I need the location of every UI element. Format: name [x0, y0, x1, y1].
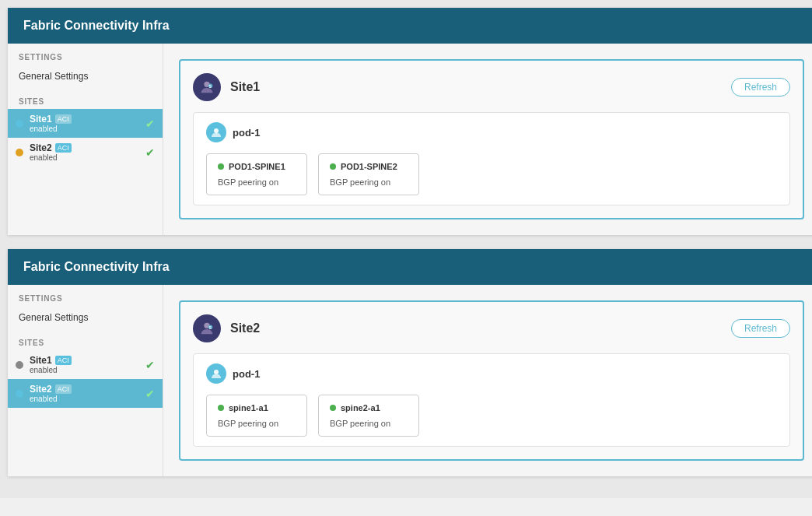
spine-bgp-status: BGP peering on — [218, 419, 296, 428]
svg-point-3 — [214, 128, 219, 133]
site-info: Site1ACIenabled — [30, 355, 142, 374]
panel-header: Fabric Connectivity Infra — [8, 8, 812, 44]
main-content: S Site1Refresh pod-1POD1-SPINE1BGP peeri… — [163, 44, 812, 235]
site-check-icon: ✔ — [145, 359, 155, 371]
site-dot-icon — [16, 390, 23, 398]
panel-body: SETTINGSGeneral SettingsSITESSite1ACIena… — [8, 44, 812, 235]
site-check-icon: ✔ — [145, 118, 155, 130]
pod-icon — [206, 122, 226, 142]
site-name-text: Site1 — [30, 355, 52, 366]
pod-icon — [206, 363, 226, 384]
site-tag-badge: ACI — [55, 114, 72, 124]
site-dot-icon — [16, 149, 23, 156]
svg-text:S: S — [209, 85, 212, 89]
sidebar-site-item-site2[interactable]: Site2ACIenabled✔ — [8, 379, 163, 408]
site-name-text: Site1 — [30, 114, 52, 125]
sidebar-site-item-site2[interactable]: Site2ACIenabled✔ — [8, 138, 163, 167]
site-tag-badge: ACI — [55, 143, 72, 153]
spine-bgp-status: BGP peering on — [330, 419, 408, 428]
spine-bgp-status: BGP peering on — [218, 177, 296, 187]
sidebar-site-item-site1[interactable]: Site1ACIenabled✔ — [8, 109, 163, 138]
site-avatar: S — [193, 314, 221, 342]
panel-1: Fabric Connectivity InfraSETTINGSGeneral… — [8, 8, 812, 235]
site-check-icon: ✔ — [145, 146, 155, 159]
sidebar: SETTINGSGeneral SettingsSITESSite1ACIena… — [8, 285, 163, 476]
sidebar-site-item-site1[interactable]: Site1ACIenabled✔ — [8, 350, 163, 379]
site-name-text: Site2 — [30, 142, 52, 153]
pod-header: pod-1 — [206, 122, 777, 142]
site-status-text: enabled — [30, 395, 142, 403]
panel-2: Fabric Connectivity InfraSETTINGSGeneral… — [8, 249, 812, 476]
site-avatar: S — [193, 73, 221, 101]
main-wrapper: Fabric Connectivity InfraSETTINGSGeneral… — [0, 0, 812, 498]
spine-name-label: spine2-a1 — [341, 403, 380, 412]
spine-status-dot — [218, 163, 224, 170]
svg-point-7 — [214, 370, 219, 374]
general-settings-item[interactable]: General Settings — [8, 65, 163, 88]
sites-section-label: SITES — [8, 88, 163, 109]
site-status-text: enabled — [30, 366, 142, 374]
main-content: S Site2Refresh pod-1spine1-a1BGP peering… — [163, 285, 812, 476]
spine-header: spine1-a1 — [218, 403, 296, 412]
spine-status-dot — [330, 163, 336, 170]
pod-name-label: pod-1 — [233, 368, 260, 380]
site-name-label: Site2ACI — [30, 384, 142, 395]
general-settings-item[interactable]: General Settings — [8, 306, 163, 329]
site-card: S Site1Refresh pod-1POD1-SPINE1BGP peeri… — [179, 59, 804, 219]
spine-card-1: POD1-SPINE1BGP peering on — [206, 153, 307, 195]
settings-section-label: SETTINGS — [8, 285, 163, 306]
spine-name-label: spine1-a1 — [229, 403, 268, 412]
pod-header: pod-1 — [206, 363, 777, 384]
spine-header: POD1-SPINE2 — [330, 162, 408, 171]
refresh-button[interactable]: Refresh — [731, 78, 790, 97]
refresh-button[interactable]: Refresh — [731, 319, 790, 338]
site-tag-badge: ACI — [55, 356, 72, 365]
spine-name-label: POD1-SPINE2 — [341, 162, 397, 171]
site-check-icon: ✔ — [145, 388, 155, 400]
site-status-text: enabled — [30, 125, 142, 133]
site-info: Site2ACIenabled — [30, 384, 142, 403]
spine-status-dot — [218, 405, 224, 411]
site-dot-icon — [16, 120, 23, 128]
site-title: Site2 — [230, 321, 731, 335]
site-card-header: S Site2Refresh — [193, 314, 790, 342]
panel-header: Fabric Connectivity Infra — [8, 249, 812, 285]
site-name-label: Site2ACI — [30, 142, 142, 153]
spine-status-dot — [330, 405, 336, 411]
pod-section: pod-1POD1-SPINE1BGP peering onPOD1-SPINE… — [193, 112, 790, 205]
spine-card-2: spine2-a1BGP peering on — [318, 395, 419, 437]
sidebar: SETTINGSGeneral SettingsSITESSite1ACIena… — [8, 44, 163, 235]
spine-card-1: spine1-a1BGP peering on — [206, 395, 307, 437]
panel-body: SETTINGSGeneral SettingsSITESSite1ACIena… — [8, 285, 812, 476]
site-name-label: Site1ACI — [30, 114, 142, 125]
spine-header: spine2-a1 — [330, 403, 408, 412]
settings-section-label: SETTINGS — [8, 44, 163, 65]
site-card: S Site2Refresh pod-1spine1-a1BGP peering… — [179, 300, 804, 461]
site-title: Site1 — [230, 80, 731, 94]
pod-name-label: pod-1 — [233, 127, 260, 139]
pod-section: pod-1spine1-a1BGP peering onspine2-a1BGP… — [193, 353, 790, 447]
site-tag-badge: ACI — [55, 384, 72, 394]
spines-row: POD1-SPINE1BGP peering onPOD1-SPINE2BGP … — [206, 153, 777, 195]
site-info: Site2ACIenabled — [30, 142, 142, 162]
spine-name-label: POD1-SPINE1 — [229, 162, 285, 171]
site-name-label: Site1ACI — [30, 355, 142, 366]
sites-section-label: SITES — [8, 329, 163, 350]
spine-card-2: POD1-SPINE2BGP peering on — [318, 153, 419, 195]
spine-bgp-status: BGP peering on — [330, 177, 408, 187]
site-dot-icon — [16, 361, 23, 369]
site-card-header: S Site1Refresh — [193, 73, 790, 101]
svg-text:S: S — [209, 326, 212, 330]
spine-header: POD1-SPINE1 — [218, 162, 296, 171]
site-status-text: enabled — [30, 153, 142, 162]
site-name-text: Site2 — [30, 384, 52, 395]
site-info: Site1ACIenabled — [30, 114, 142, 133]
spines-row: spine1-a1BGP peering onspine2-a1BGP peer… — [206, 395, 777, 437]
